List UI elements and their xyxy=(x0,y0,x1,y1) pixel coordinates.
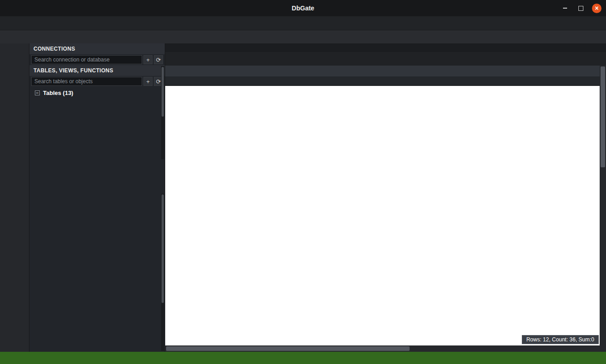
connections-search-row: + ⟳ xyxy=(29,54,165,65)
app-window: DbGate × CONNECTIONS + ⟳ TABLES, VIEWS, … xyxy=(0,0,606,364)
tables-scrollbar-thumb[interactable] xyxy=(162,194,164,303)
main-area: Rows: 12, Count: 36, Sum:0 xyxy=(165,43,606,352)
maximize-button[interactable] xyxy=(576,4,586,13)
tables-search-row: + ⟳ xyxy=(29,76,165,87)
connections-search-input[interactable] xyxy=(31,55,142,64)
window-controls: × xyxy=(560,4,601,13)
tables-group-row[interactable]: − Tables (13) xyxy=(29,87,165,99)
selection-summary-badge: Rows: 12, Count: 36, Sum:0 xyxy=(522,335,599,344)
tables-search-input[interactable] xyxy=(31,77,142,86)
grid-filter-row xyxy=(165,76,600,86)
titlebar: DbGate × xyxy=(0,0,606,16)
grid-header-row xyxy=(165,66,600,76)
tables-scrollbar xyxy=(161,194,164,351)
horizontal-scrollbar xyxy=(165,345,600,352)
tab-group-bar xyxy=(165,43,606,52)
vertical-scrollbar-thumb[interactable] xyxy=(601,66,605,167)
connections-scrollbar-thumb[interactable] xyxy=(162,67,164,117)
add-connection-button[interactable]: + xyxy=(143,55,153,64)
horizontal-scrollbar-thumb[interactable] xyxy=(166,346,410,351)
data-grid: Rows: 12, Count: 36, Sum:0 xyxy=(165,66,606,352)
vertical-scrollbar xyxy=(600,66,606,345)
close-button[interactable]: × xyxy=(592,4,601,13)
grid-scroll-area xyxy=(165,66,600,345)
tab-bar xyxy=(165,52,606,66)
app-body: CONNECTIONS + ⟳ TABLES, VIEWS, FUNCTIONS… xyxy=(0,43,606,352)
scrollbar-corner xyxy=(600,345,606,352)
refresh-connections-button[interactable]: ⟳ xyxy=(154,55,163,64)
window-title: DbGate xyxy=(292,5,315,12)
connections-scrollbar xyxy=(161,66,164,159)
icon-rail xyxy=(0,43,29,352)
statusbar xyxy=(0,352,606,364)
tables-header: TABLES, VIEWS, FUNCTIONS xyxy=(29,65,165,76)
connections-header: CONNECTIONS xyxy=(29,43,165,54)
collapse-icon[interactable]: − xyxy=(35,90,40,95)
minimize-button[interactable] xyxy=(560,4,570,13)
sidebar: CONNECTIONS + ⟳ TABLES, VIEWS, FUNCTIONS… xyxy=(29,43,165,352)
add-table-button[interactable]: + xyxy=(143,77,153,86)
toolbar xyxy=(0,30,606,43)
tables-group-label: Tables (13) xyxy=(43,90,73,96)
menubar xyxy=(0,16,606,30)
